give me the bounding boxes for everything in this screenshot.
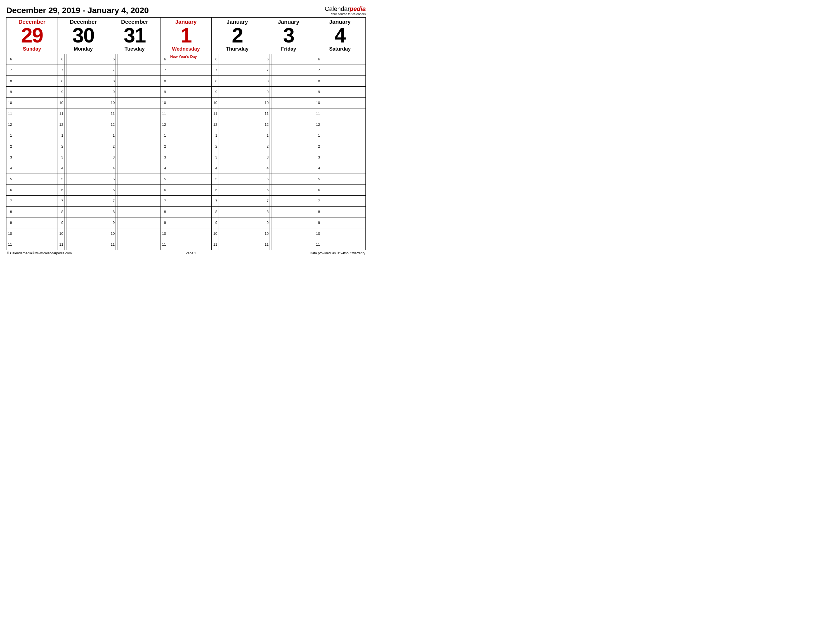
hour-event bbox=[118, 163, 160, 173]
page-title: December 29, 2019 - January 4, 2020 bbox=[6, 6, 149, 15]
hour-event bbox=[118, 185, 160, 196]
hour-label: 10 bbox=[263, 228, 270, 239]
hour-event bbox=[220, 97, 263, 108]
hour-cell: 9 bbox=[57, 86, 109, 97]
half-hour-divider bbox=[321, 174, 323, 184]
hour-label: 8 bbox=[161, 207, 167, 217]
hour-label: 8 bbox=[109, 207, 116, 217]
hour-label: 11 bbox=[161, 239, 167, 250]
hour-label: 7 bbox=[212, 196, 218, 206]
hour-label: 4 bbox=[161, 163, 167, 173]
half-hour-divider bbox=[321, 196, 323, 206]
half-hour-divider bbox=[167, 239, 169, 250]
hour-label: 1 bbox=[212, 130, 218, 141]
hour-event bbox=[272, 174, 314, 184]
hour-cell: 6 bbox=[57, 184, 109, 196]
hour-label: 8 bbox=[314, 207, 321, 217]
half-hour-divider bbox=[218, 196, 220, 206]
half-hour-divider bbox=[116, 130, 118, 141]
half-hour-divider bbox=[116, 87, 118, 97]
hour-event bbox=[15, 185, 57, 196]
hour-event bbox=[272, 228, 314, 239]
half-hour-divider bbox=[13, 130, 15, 141]
hour-label: 10 bbox=[58, 228, 65, 239]
hour-event bbox=[220, 119, 263, 130]
day-of-week: Sunday bbox=[7, 46, 57, 52]
hour-label: 2 bbox=[161, 141, 167, 152]
hour-cell: 9 bbox=[314, 217, 366, 228]
hour-event bbox=[15, 130, 57, 141]
hour-event bbox=[220, 130, 263, 141]
hour-label: 7 bbox=[58, 196, 65, 206]
hour-label: 1 bbox=[58, 130, 65, 141]
hour-cell: 9 bbox=[160, 86, 212, 97]
hour-event bbox=[323, 65, 365, 75]
hour-cell: 11 bbox=[160, 108, 212, 119]
hour-cell: 2 bbox=[263, 141, 314, 152]
hour-event bbox=[169, 97, 212, 108]
day-number: 3 bbox=[264, 26, 314, 45]
hour-event bbox=[169, 228, 212, 239]
half-hour-divider bbox=[270, 239, 272, 250]
day-header: January4Saturday bbox=[314, 17, 366, 54]
half-hour-divider bbox=[321, 163, 323, 173]
hour-cell: 3 bbox=[109, 152, 161, 163]
half-hour-divider bbox=[321, 228, 323, 239]
day-header: January2Thursday bbox=[212, 17, 263, 54]
hour-event bbox=[15, 97, 57, 108]
hour-label: 5 bbox=[58, 174, 65, 184]
half-hour-divider bbox=[116, 119, 118, 130]
hour-event bbox=[220, 76, 263, 86]
hour-event bbox=[67, 130, 109, 141]
hour-cell: 5 bbox=[57, 173, 109, 184]
hour-cell: 10 bbox=[57, 97, 109, 108]
half-hour-divider bbox=[167, 207, 169, 217]
hour-event bbox=[323, 87, 365, 97]
day-of-week: Monday bbox=[59, 46, 108, 52]
half-hour-divider bbox=[270, 228, 272, 239]
hour-cell: 9 bbox=[263, 217, 314, 228]
half-hour-divider bbox=[321, 76, 323, 86]
hour-cell: 7 bbox=[263, 196, 314, 206]
hour-event bbox=[15, 239, 57, 250]
hour-cell: 7 bbox=[212, 65, 263, 75]
half-hour-divider bbox=[218, 239, 220, 250]
hour-cell: 6 bbox=[212, 184, 263, 196]
hour-label: 2 bbox=[109, 141, 116, 152]
day-header: January3Friday bbox=[263, 17, 314, 54]
hour-event bbox=[118, 174, 160, 184]
hour-label: 1 bbox=[314, 130, 321, 141]
hour-cell: 7 bbox=[314, 65, 366, 75]
hour-cell: 11 bbox=[263, 108, 314, 119]
hour-event bbox=[118, 196, 160, 206]
hour-label: 9 bbox=[109, 218, 116, 228]
day-of-week: Thursday bbox=[212, 46, 262, 52]
hour-cell: 11 bbox=[314, 108, 366, 119]
hour-label: 8 bbox=[314, 76, 321, 86]
half-hour-divider bbox=[218, 163, 220, 173]
hour-label: 6 bbox=[212, 185, 218, 196]
hour-label: 12 bbox=[6, 119, 13, 130]
hour-cell: 11 bbox=[212, 239, 263, 250]
hour-label: 7 bbox=[212, 65, 218, 75]
hour-label: 12 bbox=[58, 119, 65, 130]
hour-event bbox=[220, 65, 263, 75]
hour-label: 12 bbox=[212, 119, 218, 130]
half-hour-divider bbox=[167, 130, 169, 141]
half-hour-divider bbox=[65, 228, 67, 239]
hour-label: 2 bbox=[58, 141, 65, 152]
half-hour-divider bbox=[116, 76, 118, 86]
half-hour-divider bbox=[218, 97, 220, 108]
hour-cell: 10 bbox=[6, 97, 58, 108]
hour-label: 10 bbox=[58, 97, 65, 108]
hour-cell: 1 bbox=[6, 130, 58, 141]
half-hour-divider bbox=[116, 228, 118, 239]
hour-label: 11 bbox=[58, 239, 65, 250]
hour-event bbox=[220, 228, 263, 239]
day-of-week: Tuesday bbox=[110, 46, 160, 52]
day-number: 2 bbox=[212, 26, 262, 45]
hour-cell: 1 bbox=[212, 130, 263, 141]
hour-label: 1 bbox=[6, 130, 13, 141]
hour-label: 8 bbox=[58, 76, 65, 86]
hour-cell: 12 bbox=[57, 119, 109, 130]
